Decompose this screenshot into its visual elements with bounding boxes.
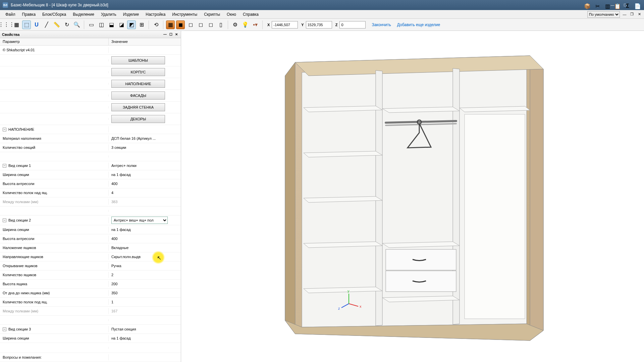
y-label: Y [301,23,304,27]
mdi-minimize-icon[interactable]: — [622,12,627,17]
script-header: © Shkafscript v4.01 [0,47,109,53]
sec2-drawers-value[interactable]: 2 [109,272,181,278]
sec2-width-value[interactable]: на 1 фасад [109,227,181,233]
sec2-overlay-value[interactable]: Вкладные [109,245,181,251]
panel-icon[interactable]: ▯ [216,20,225,29]
menu-tools[interactable]: Инструменты [169,11,201,18]
fronts-button[interactable]: ФАСАДЫ [111,92,165,100]
view-multi-icon[interactable]: ⊞ [137,20,146,29]
sec3-width-value[interactable]: на 1 фасад [109,335,181,341]
properties-panel: Свойства — ☐ ✕ Параметр Значение © Shkaf… [0,31,181,362]
menubar: Файл Правка Блок/Сборка Выделение Удалит… [0,10,644,19]
menu-block[interactable]: Блок/Сборка [39,11,69,18]
refresh-icon[interactable]: ↻ [62,20,71,29]
expander-icon[interactable]: − [3,327,6,331]
doc-icon[interactable]: 📄 [633,2,642,10]
sec2-width-label: Ширина секции [0,227,109,233]
line-icon[interactable]: ╱ [42,20,51,29]
snap-icon[interactable]: ⬚ [22,20,31,29]
sec2-open-label: Открывание ящиков [0,263,109,269]
cut-icon[interactable]: ✂ [593,2,602,10]
mdi-close-icon[interactable]: ✕ [637,12,642,17]
menu-file[interactable]: Файл [2,11,19,18]
expander-icon[interactable]: − [3,164,6,168]
menu-delete[interactable]: Удалить [98,11,120,18]
sec2-type-select[interactable]: Антрес+ веш+ ящ+ пол [111,217,168,224]
view-iso-icon[interactable]: ◪ [117,20,126,29]
menu-scripts[interactable]: Скрипты [201,11,223,18]
backwall-button[interactable]: ЗАДНЯЯ СТЕНКА [111,103,165,111]
sec2-dheight-label: Высота ящика [0,281,109,287]
export-icon[interactable]: 📦 [583,2,592,10]
sec2-open-value[interactable]: Ручка [109,263,181,269]
ruler-icon[interactable]: 📏 [52,20,61,29]
view-top-icon[interactable]: ⬓ [107,20,116,29]
expander-icon[interactable]: − [3,128,6,131]
svg-text:y: y [347,289,350,293]
cube1-icon[interactable]: ◻ [186,20,195,29]
grid-icon[interactable]: ▦ [12,20,21,29]
properties-grid[interactable]: © Shkafscript v4.01 ШАБЛОНЫ КОРПУС НАПОЛ… [0,46,181,362]
sec1-antres-value[interactable]: 400 [109,181,181,187]
wardrobe-model: x y z [275,49,550,344]
decors-button[interactable]: ДЕКОРЫ [111,115,165,123]
menu-settings[interactable]: Настройка [142,11,169,18]
panel-close-icon[interactable]: ✕ [174,32,179,37]
fill-material-value[interactable]: ДСП белая 16 (Артикул ... [109,135,181,141]
body-button[interactable]: КОРПУС [111,68,165,76]
sections-count-value[interactable]: 3 секции [109,144,181,150]
zoom-icon[interactable]: 🔍 [72,20,81,29]
box-icon[interactable]: ▦ [166,20,175,29]
sec1-width-label: Ширина секции [0,172,109,178]
fill-material-label: Материал наполнения [0,135,109,141]
sec1-value[interactable]: Антрес+ полки [109,163,181,169]
menu-edit[interactable]: Правка [19,11,39,18]
svg-text:z: z [338,306,340,310]
sec2-bottom-value[interactable]: 350 [109,290,181,296]
gear-icon[interactable]: ⚙ [231,20,239,29]
cube3-icon[interactable]: ◻ [206,20,215,29]
panel-title: Свойства [2,33,19,37]
menu-product[interactable]: Изделие [120,11,143,18]
solid-box-icon[interactable]: ◼ [176,20,185,29]
door-icon[interactable]: ▥ [603,2,612,10]
menu-selection[interactable]: Выделение [69,11,98,18]
sec2-dheight-value[interactable]: 200 [109,281,181,287]
sec1-gap-value: 383 [109,199,181,205]
grid-dots-icon[interactable]: ⋮⋮⋮ [2,20,11,29]
sec1-antres-label: Высота антресоли [0,181,109,187]
sec1-shelves-value[interactable]: 4 [109,190,181,196]
material-icon[interactable]: ▪▾ [251,20,260,29]
mdi-restore-icon[interactable]: ❐ [629,12,635,17]
svg-rect-22 [465,114,525,319]
y-input[interactable] [306,21,332,28]
menu-window[interactable]: Окно [223,11,239,18]
panel-min-icon[interactable]: — [163,32,167,37]
x-input[interactable] [272,21,298,28]
expander-icon[interactable]: − [3,219,6,222]
magnet-icon[interactable]: U [32,20,41,29]
menu-help[interactable]: Справка [239,11,262,18]
templates-button[interactable]: ШАБЛОНЫ [111,56,165,64]
sec1-width-value[interactable]: на 1 фасад [109,172,181,178]
cube2-icon[interactable]: ◻ [196,20,205,29]
view-front-icon[interactable]: ▭ [87,20,96,29]
sec2-antres-value[interactable]: 400 [109,236,181,242]
sec3-value[interactable]: Пустая секция [109,326,181,332]
bulb-icon[interactable]: 💡 [241,20,250,29]
sec2-under-value[interactable]: 1 [109,299,181,305]
sum-icon[interactable]: Σ [623,2,632,10]
filling-button[interactable]: НАПОЛНЕНИЕ [111,80,165,88]
panel-max-icon[interactable]: ☐ [168,32,173,37]
z-input[interactable] [339,21,366,28]
rotate-icon[interactable]: ⟲ [152,20,160,29]
viewport-3d[interactable]: x y z [181,31,644,362]
view-persp-icon[interactable]: ◩ [127,20,136,29]
sec2-guides-value[interactable]: Скрыт.полн.выдв [109,254,181,260]
fill-section-label: НАПОЛНЕНИЕ [8,127,34,131]
toolbar: ⋮⋮⋮ ▦ ⬚ U ╱ 📏 ↻ 🔍 ▭ ◫ ⬓ ◪ ◩ ⊞ ⟲ ▦ ◼ ◻ ◻ … [0,19,644,31]
finish-link[interactable]: Закончить [372,22,391,27]
report-icon[interactable]: 📋 [613,2,622,10]
view-side-icon[interactable]: ◫ [97,20,106,29]
add-more-link[interactable]: Добавить еще изделие [397,22,440,27]
